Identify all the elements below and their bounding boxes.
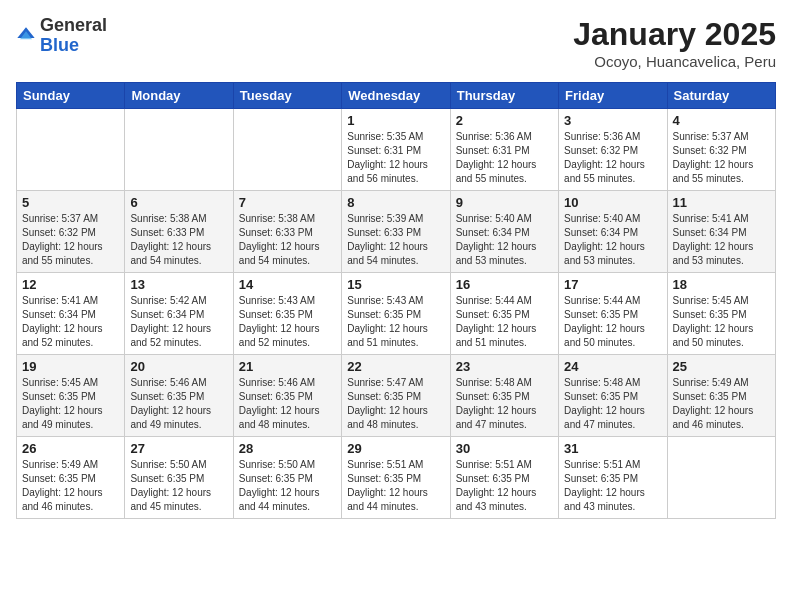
day-info: Sunrise: 5:38 AM Sunset: 6:33 PM Dayligh… [239,212,336,268]
calendar-cell: 21Sunrise: 5:46 AM Sunset: 6:35 PM Dayli… [233,355,341,437]
day-info: Sunrise: 5:45 AM Sunset: 6:35 PM Dayligh… [22,376,119,432]
calendar-cell: 23Sunrise: 5:48 AM Sunset: 6:35 PM Dayli… [450,355,558,437]
day-number: 31 [564,441,661,456]
day-info: Sunrise: 5:46 AM Sunset: 6:35 PM Dayligh… [239,376,336,432]
calendar-cell: 1Sunrise: 5:35 AM Sunset: 6:31 PM Daylig… [342,109,450,191]
day-number: 22 [347,359,444,374]
day-number: 12 [22,277,119,292]
calendar-cell: 22Sunrise: 5:47 AM Sunset: 6:35 PM Dayli… [342,355,450,437]
day-info: Sunrise: 5:51 AM Sunset: 6:35 PM Dayligh… [564,458,661,514]
day-info: Sunrise: 5:36 AM Sunset: 6:31 PM Dayligh… [456,130,553,186]
day-info: Sunrise: 5:37 AM Sunset: 6:32 PM Dayligh… [673,130,770,186]
calendar-header: Sunday Monday Tuesday Wednesday Thursday… [17,83,776,109]
calendar-cell: 3Sunrise: 5:36 AM Sunset: 6:32 PM Daylig… [559,109,667,191]
header: General Blue January 2025 Ocoyo, Huancav… [16,16,776,70]
day-number: 11 [673,195,770,210]
calendar-cell: 7Sunrise: 5:38 AM Sunset: 6:33 PM Daylig… [233,191,341,273]
calendar-cell: 20Sunrise: 5:46 AM Sunset: 6:35 PM Dayli… [125,355,233,437]
calendar-cell: 13Sunrise: 5:42 AM Sunset: 6:34 PM Dayli… [125,273,233,355]
day-info: Sunrise: 5:39 AM Sunset: 6:33 PM Dayligh… [347,212,444,268]
day-info: Sunrise: 5:38 AM Sunset: 6:33 PM Dayligh… [130,212,227,268]
day-info: Sunrise: 5:42 AM Sunset: 6:34 PM Dayligh… [130,294,227,350]
col-thursday: Thursday [450,83,558,109]
day-number: 1 [347,113,444,128]
month-title: January 2025 [573,16,776,53]
day-info: Sunrise: 5:43 AM Sunset: 6:35 PM Dayligh… [347,294,444,350]
day-number: 26 [22,441,119,456]
day-info: Sunrise: 5:48 AM Sunset: 6:35 PM Dayligh… [564,376,661,432]
day-info: Sunrise: 5:43 AM Sunset: 6:35 PM Dayligh… [239,294,336,350]
calendar-cell: 19Sunrise: 5:45 AM Sunset: 6:35 PM Dayli… [17,355,125,437]
day-info: Sunrise: 5:50 AM Sunset: 6:35 PM Dayligh… [239,458,336,514]
day-info: Sunrise: 5:51 AM Sunset: 6:35 PM Dayligh… [456,458,553,514]
col-sunday: Sunday [17,83,125,109]
col-monday: Monday [125,83,233,109]
page: General Blue January 2025 Ocoyo, Huancav… [0,0,792,535]
calendar-cell: 14Sunrise: 5:43 AM Sunset: 6:35 PM Dayli… [233,273,341,355]
calendar-cell: 10Sunrise: 5:40 AM Sunset: 6:34 PM Dayli… [559,191,667,273]
col-tuesday: Tuesday [233,83,341,109]
day-info: Sunrise: 5:44 AM Sunset: 6:35 PM Dayligh… [564,294,661,350]
header-row: Sunday Monday Tuesday Wednesday Thursday… [17,83,776,109]
day-info: Sunrise: 5:35 AM Sunset: 6:31 PM Dayligh… [347,130,444,186]
day-info: Sunrise: 5:45 AM Sunset: 6:35 PM Dayligh… [673,294,770,350]
day-info: Sunrise: 5:48 AM Sunset: 6:35 PM Dayligh… [456,376,553,432]
calendar-cell: 18Sunrise: 5:45 AM Sunset: 6:35 PM Dayli… [667,273,775,355]
day-number: 5 [22,195,119,210]
calendar-cell [17,109,125,191]
calendar-cell: 12Sunrise: 5:41 AM Sunset: 6:34 PM Dayli… [17,273,125,355]
calendar-cell: 4Sunrise: 5:37 AM Sunset: 6:32 PM Daylig… [667,109,775,191]
day-info: Sunrise: 5:49 AM Sunset: 6:35 PM Dayligh… [673,376,770,432]
calendar-cell: 9Sunrise: 5:40 AM Sunset: 6:34 PM Daylig… [450,191,558,273]
day-info: Sunrise: 5:40 AM Sunset: 6:34 PM Dayligh… [564,212,661,268]
day-number: 2 [456,113,553,128]
day-number: 28 [239,441,336,456]
day-info: Sunrise: 5:40 AM Sunset: 6:34 PM Dayligh… [456,212,553,268]
calendar-cell: 15Sunrise: 5:43 AM Sunset: 6:35 PM Dayli… [342,273,450,355]
calendar-cell: 6Sunrise: 5:38 AM Sunset: 6:33 PM Daylig… [125,191,233,273]
day-number: 21 [239,359,336,374]
day-number: 20 [130,359,227,374]
day-number: 24 [564,359,661,374]
calendar-cell: 27Sunrise: 5:50 AM Sunset: 6:35 PM Dayli… [125,437,233,519]
day-number: 10 [564,195,661,210]
calendar-cell: 11Sunrise: 5:41 AM Sunset: 6:34 PM Dayli… [667,191,775,273]
calendar-cell: 30Sunrise: 5:51 AM Sunset: 6:35 PM Dayli… [450,437,558,519]
day-number: 18 [673,277,770,292]
calendar-cell: 28Sunrise: 5:50 AM Sunset: 6:35 PM Dayli… [233,437,341,519]
calendar-cell: 16Sunrise: 5:44 AM Sunset: 6:35 PM Dayli… [450,273,558,355]
day-info: Sunrise: 5:44 AM Sunset: 6:35 PM Dayligh… [456,294,553,350]
col-friday: Friday [559,83,667,109]
day-number: 14 [239,277,336,292]
calendar-cell: 5Sunrise: 5:37 AM Sunset: 6:32 PM Daylig… [17,191,125,273]
logo-icon [16,26,36,46]
calendar-cell: 25Sunrise: 5:49 AM Sunset: 6:35 PM Dayli… [667,355,775,437]
calendar-cell: 31Sunrise: 5:51 AM Sunset: 6:35 PM Dayli… [559,437,667,519]
day-info: Sunrise: 5:51 AM Sunset: 6:35 PM Dayligh… [347,458,444,514]
day-info: Sunrise: 5:46 AM Sunset: 6:35 PM Dayligh… [130,376,227,432]
calendar-cell [233,109,341,191]
day-info: Sunrise: 5:47 AM Sunset: 6:35 PM Dayligh… [347,376,444,432]
calendar-cell [667,437,775,519]
day-number: 4 [673,113,770,128]
logo-text: General Blue [40,16,107,56]
day-number: 15 [347,277,444,292]
calendar-week-2: 12Sunrise: 5:41 AM Sunset: 6:34 PM Dayli… [17,273,776,355]
logo-general: General [40,16,107,36]
day-info: Sunrise: 5:37 AM Sunset: 6:32 PM Dayligh… [22,212,119,268]
calendar-body: 1Sunrise: 5:35 AM Sunset: 6:31 PM Daylig… [17,109,776,519]
calendar-week-4: 26Sunrise: 5:49 AM Sunset: 6:35 PM Dayli… [17,437,776,519]
day-number: 9 [456,195,553,210]
day-info: Sunrise: 5:41 AM Sunset: 6:34 PM Dayligh… [22,294,119,350]
day-number: 13 [130,277,227,292]
calendar-week-1: 5Sunrise: 5:37 AM Sunset: 6:32 PM Daylig… [17,191,776,273]
day-number: 7 [239,195,336,210]
calendar-cell: 8Sunrise: 5:39 AM Sunset: 6:33 PM Daylig… [342,191,450,273]
location: Ocoyo, Huancavelica, Peru [573,53,776,70]
day-number: 29 [347,441,444,456]
col-wednesday: Wednesday [342,83,450,109]
logo-blue: Blue [40,36,107,56]
day-info: Sunrise: 5:50 AM Sunset: 6:35 PM Dayligh… [130,458,227,514]
day-number: 30 [456,441,553,456]
day-number: 8 [347,195,444,210]
